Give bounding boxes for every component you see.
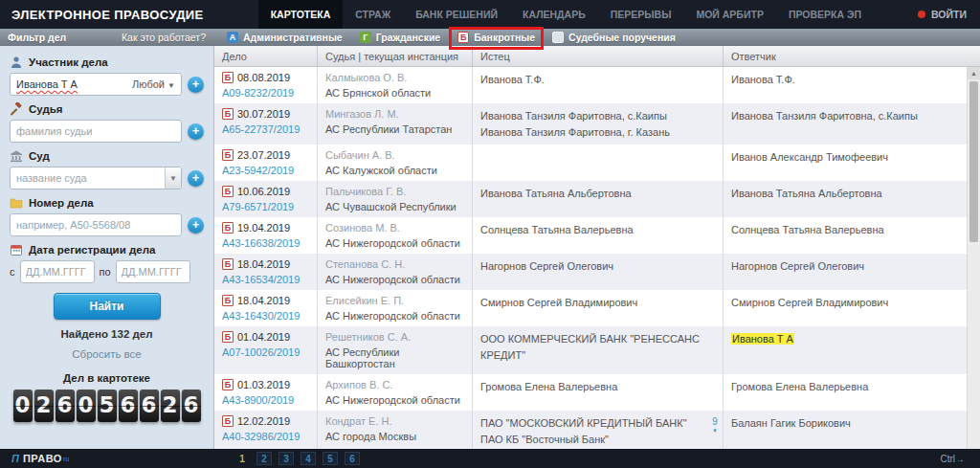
case-number-input[interactable] <box>10 213 182 236</box>
participant-input[interactable]: Иванова Т А Любой ▼ <box>10 73 182 96</box>
table-row: Б18.04.2019А43-16430/2019Елисейкин Е. П.… <box>214 290 980 326</box>
judge-cell: Мингазов Л. М.АС Республики Татарстан <box>318 103 473 145</box>
defendant-name: Иванов Александр Тимофеевич <box>731 151 888 163</box>
add-case-number-button[interactable]: + <box>188 217 204 234</box>
how-it-works-link[interactable]: Как это работает? <box>122 32 206 43</box>
top-menu-item-4[interactable]: КАЛЕНДАРЬ <box>510 0 598 29</box>
table-scrollbar[interactable]: ▲ <box>967 67 980 449</box>
court-name: АС Республики Татарстан <box>325 123 464 135</box>
defendant-name: Нагорнов Сергей Олегович <box>731 260 864 272</box>
case-number-link[interactable]: А43-16534/2019 <box>222 274 309 285</box>
page-button-5[interactable]: 5 <box>323 452 338 465</box>
plaintiff-cell <box>473 145 724 181</box>
counter-digit: 0 <box>13 390 33 422</box>
case-cell-top: Б19.04.2019 <box>222 222 309 234</box>
case-type-tab-4[interactable]: Судебные поручения <box>548 32 679 43</box>
top-menu-item-2[interactable]: СТРАЖ <box>343 0 403 29</box>
registry-counter-label: Дел в картотеке <box>10 372 204 384</box>
page-button-2[interactable]: 2 <box>256 452 272 465</box>
page-button-3[interactable]: 3 <box>278 452 294 465</box>
bankruptcy-case-icon: Б <box>222 222 234 234</box>
top-menu-item-1[interactable]: КАРТОТЕКА <box>258 0 344 29</box>
case-type-tab-2[interactable]: ГГражданские <box>356 32 445 43</box>
registry-counter: 026056626 <box>10 390 204 422</box>
counter-digit: 2 <box>161 390 180 422</box>
reset-all-link[interactable]: Сбросить все <box>10 348 204 360</box>
scrollbar-thumb[interactable] <box>969 81 978 242</box>
case-number-link[interactable]: А40-32986/2019 <box>222 431 309 442</box>
participant-role-dropdown[interactable]: Любой ▼ <box>132 78 175 90</box>
counter-digit: 6 <box>119 390 138 422</box>
case-number-link[interactable]: А07-10026/2019 <box>222 346 309 358</box>
add-court-button[interactable]: + <box>188 170 204 187</box>
case-number-link[interactable]: А43-8900/2019 <box>222 394 309 406</box>
bankruptcy-case-icon: Б <box>222 331 234 343</box>
bankruptcy-case-icon: Б <box>222 379 234 390</box>
case-cell-top: Б12.02.2019 <box>222 415 309 427</box>
case-number-link[interactable]: А23-5942/2019 <box>222 165 309 176</box>
add-judge-button[interactable]: + <box>188 123 204 140</box>
top-menu-item-6[interactable]: МОЙ АРБИТР <box>683 0 775 29</box>
bankruptcy-case-icon: Б <box>222 186 234 197</box>
more-parties-link[interactable]: 9▼ <box>712 417 718 434</box>
main-menu: КАРТОТЕКАСТРАЖБАНК РЕШЕНИЙКАЛЕНДАРЬПЕРЕР… <box>258 0 874 29</box>
judge-name: Елисейкин Е. П. <box>325 295 464 306</box>
court-name: АС Брянской области <box>325 87 464 99</box>
court-placeholder: название суда <box>16 172 87 184</box>
pravo-logo[interactable]: П ПРАВО ru <box>0 453 213 464</box>
court-select-arrow-icon[interactable]: ▼ <box>165 167 181 189</box>
case-cell: Б18.04.2019А43-16534/2019 <box>214 254 318 290</box>
page-button-4[interactable]: 4 <box>301 452 316 465</box>
defendant-cell: Иванова Танзиля Фаритовна, с.Каипы <box>724 103 980 145</box>
calendar-icon <box>10 243 23 256</box>
plaintiff-name: Иванова Т.Ф. <box>480 72 702 88</box>
column-header-plaintiff[interactable]: Истец <box>473 46 724 66</box>
court-name: АС Калужской области <box>325 165 464 176</box>
column-header-case[interactable]: Дело <box>214 46 318 66</box>
filter-title: Фильтр дел <box>8 32 66 43</box>
case-number-link[interactable]: А43-16430/2019 <box>222 310 309 322</box>
case-type-tab-1[interactable]: ААдминистративные <box>223 32 346 43</box>
column-header-defendant[interactable]: Ответчик <box>724 46 980 66</box>
case-type-tab-label: Гражданские <box>376 32 441 43</box>
case-number-link[interactable]: А09-8232/2019 <box>222 87 309 99</box>
judge-cell: Степанова С. Н.АС Нижегородской области <box>318 254 473 290</box>
case-type-tab-3[interactable]: ББанкротные <box>454 32 539 43</box>
case-number-link[interactable]: А43-16638/2019 <box>222 237 309 249</box>
date-to-input[interactable] <box>116 260 190 283</box>
case-number-link[interactable]: А65-22737/2019 <box>222 123 309 135</box>
case-cell-top: Б30.07.2019 <box>222 108 309 120</box>
judge-cell: Елисейкин Е. П.АС Нижегородской области <box>318 290 473 326</box>
column-header-judge[interactable]: Судья | текущая инстанция <box>318 46 473 66</box>
chevron-down-icon: ▼ <box>167 81 175 90</box>
page-button-1[interactable]: 1 <box>234 452 250 465</box>
judge-input[interactable] <box>10 120 182 143</box>
plaintiff-name: ПАО КБ "Восточный Банк" <box>480 432 702 448</box>
counter-digit: 6 <box>56 390 75 422</box>
search-button[interactable]: Найти <box>54 293 161 320</box>
case-cell-top: Б23.07.2019 <box>222 149 309 161</box>
judge-cell: Сыбачин А. В.АС Калужской области <box>318 145 473 181</box>
court-building-icon <box>10 149 23 163</box>
case-cell: Б08.08.2019А09-8232/2019 <box>214 67 318 103</box>
defendant-cell: Солнцева Татьяна Валерьевна <box>724 217 980 254</box>
page-button-6[interactable]: 6 <box>345 452 360 465</box>
case-cell: Б01.04.2019А07-10026/2019 <box>214 326 318 374</box>
date-from-input[interactable] <box>20 260 95 283</box>
top-menu-item-3[interactable]: БАНК РЕШЕНИЙ <box>403 0 510 29</box>
login-button[interactable]: ВОЙТИ <box>918 9 980 20</box>
top-menu-item-5[interactable]: ПЕРЕРЫВЫ <box>598 0 684 29</box>
filter-sidebar: Участник дела Иванова Т А Любой ▼ + Судь… <box>0 46 213 449</box>
top-menu-item-7[interactable]: ПРОВЕРКА ЭП <box>776 0 874 29</box>
judge-section-label: Судья <box>10 102 204 116</box>
add-participant-button[interactable]: + <box>188 77 204 93</box>
case-cell-top: Б10.06.2019 <box>222 186 309 197</box>
plaintiff-cell: Громова Елена Валерьевна <box>473 374 724 411</box>
court-select[interactable]: название суда ▼ <box>10 167 182 189</box>
plaintiff-cell: Солнцева Татьяна Валерьевна <box>473 217 724 254</box>
case-number-link[interactable]: А79-6571/2019 <box>222 201 309 212</box>
judge-name: Кондрат Е. Н. <box>325 415 464 427</box>
case-date: 18.04.2019 <box>237 258 290 270</box>
scrollbar-up-arrow-icon[interactable]: ▲ <box>968 67 980 79</box>
table-row: Б01.03.2019А43-8900/2019Архипов В. С.АС … <box>214 374 980 411</box>
